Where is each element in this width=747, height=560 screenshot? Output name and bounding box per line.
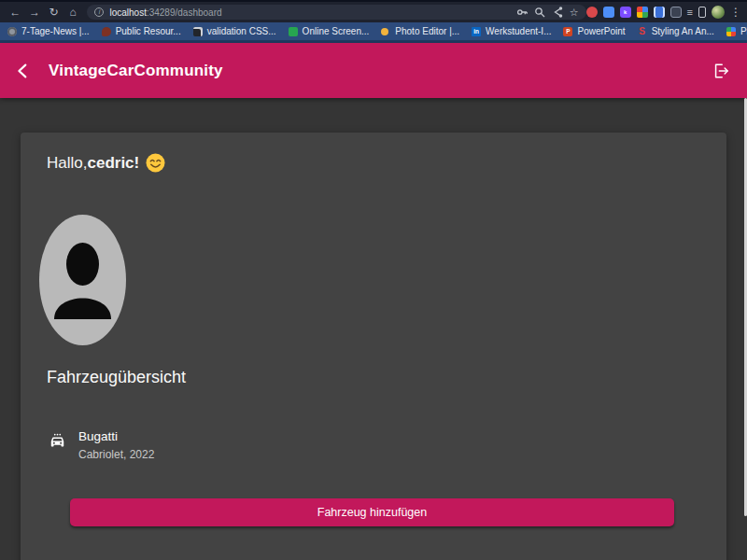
device-toolbar-icon[interactable] bbox=[698, 7, 706, 18]
page-title: VintageCarCommunity bbox=[49, 62, 223, 80]
back-chevron-icon bbox=[13, 61, 34, 81]
greeting-username: cedric bbox=[87, 154, 134, 173]
address-bar-actions: ☆ bbox=[516, 7, 579, 18]
forward-icon[interactable]: → bbox=[28, 6, 42, 19]
vehicle-text: Bugatti Cabriolet, 2022 bbox=[78, 429, 154, 461]
bookmark-star-icon[interactable]: ☆ bbox=[570, 7, 579, 18]
car-icon bbox=[49, 432, 66, 461]
extension-purple-icon[interactable]: k bbox=[620, 7, 631, 18]
vehicle-details: Cabriolet, 2022 bbox=[78, 448, 154, 461]
logout-button[interactable] bbox=[712, 62, 730, 80]
smiling-face-emoji-icon bbox=[146, 153, 165, 173]
bookmark-item[interactable]: SStyling An An... bbox=[638, 26, 714, 36]
bookmark-favicon-icon: in bbox=[472, 27, 481, 36]
zoom-icon[interactable] bbox=[534, 7, 545, 18]
bookmark-label: PowerPoint bbox=[577, 26, 625, 36]
bookmark-favicon-icon: S bbox=[638, 27, 647, 36]
bookmarks-bar: 7-Tage-News |... Public Resour... valida… bbox=[0, 22, 747, 43]
extension-screenshot-icon[interactable] bbox=[637, 7, 648, 18]
bookmark-favicon-icon bbox=[193, 27, 203, 36]
bookmark-item[interactable]: Online Screen... bbox=[289, 26, 370, 36]
bookmark-item[interactable]: 7-Tage-News |... bbox=[7, 26, 90, 36]
bookmark-favicon-icon bbox=[726, 27, 736, 36]
section-title: Fahrzeugübersicht bbox=[47, 368, 186, 387]
bookmark-label: validation CSS... bbox=[207, 26, 276, 36]
bookmark-item[interactable]: inWerkstudent-I... bbox=[472, 26, 551, 36]
person-silhouette-icon bbox=[39, 215, 126, 345]
browser-toolbar: ← → ↻ ⌂ i localhost :34289/dashboard ☆ k… bbox=[0, 2, 747, 22]
bookmark-item[interactable]: validation CSS... bbox=[193, 26, 276, 36]
reading-list-icon[interactable]: ≡ bbox=[687, 7, 693, 18]
bookmark-item[interactable]: PPowerPoint bbox=[563, 26, 625, 36]
bookmark-label: 7-Tage-News |... bbox=[21, 26, 90, 36]
app-header: VintageCarCommunity bbox=[0, 43, 747, 98]
password-key-icon[interactable] bbox=[516, 7, 528, 18]
url-host: localhost bbox=[109, 7, 146, 18]
bookmark-item[interactable]: Public Resour... bbox=[102, 26, 181, 36]
extension-red-icon[interactable] bbox=[586, 7, 598, 18]
bookmark-label: Werkstudent-I... bbox=[486, 26, 551, 36]
bookmark-favicon-icon bbox=[7, 27, 17, 36]
vehicle-list-item[interactable]: Bugatti Cabriolet, 2022 bbox=[49, 429, 154, 461]
toolbar-right-icons: k ≡ ⋮ bbox=[586, 6, 741, 19]
add-vehicle-button[interactable]: Fahrzeug hinzufügen bbox=[70, 498, 674, 526]
bookmark-label: PicResize - Cro... bbox=[740, 26, 747, 36]
greeting-prefix: Hallo, bbox=[47, 154, 87, 173]
browser-menu-icon[interactable]: ⋮ bbox=[730, 7, 741, 18]
dashboard-card: Hallo, cedric ! Fahrzeugübersicht bbox=[21, 133, 726, 560]
profile-avatar[interactable] bbox=[39, 215, 126, 345]
back-icon[interactable]: ← bbox=[8, 6, 22, 19]
greeting-text: Hallo, cedric ! bbox=[47, 153, 165, 173]
url-path: :34289/dashboard bbox=[147, 7, 222, 18]
home-icon[interactable]: ⌂ bbox=[66, 6, 80, 19]
reload-icon[interactable]: ↻ bbox=[47, 6, 61, 19]
vehicle-name: Bugatti bbox=[78, 429, 154, 443]
bookmark-label: Public Resour... bbox=[116, 26, 181, 36]
bookmark-item[interactable]: PicResize - Cro... bbox=[726, 26, 747, 36]
bookmark-label: Photo Editor |... bbox=[395, 26, 459, 36]
bookmark-favicon-icon: P bbox=[563, 27, 572, 36]
bookmark-label: Online Screen... bbox=[303, 26, 370, 36]
extension-pin-icon[interactable] bbox=[670, 7, 682, 18]
address-bar[interactable]: i localhost :34289/dashboard ☆ bbox=[87, 5, 585, 20]
app-back-button[interactable] bbox=[13, 61, 34, 81]
bookmark-favicon-icon bbox=[289, 27, 298, 36]
bookmark-favicon-icon bbox=[381, 28, 388, 35]
bookmark-item[interactable]: Photo Editor |... bbox=[381, 26, 459, 36]
logout-icon bbox=[712, 62, 730, 80]
bookmark-favicon-icon bbox=[102, 27, 111, 36]
bookmark-label: Styling An An... bbox=[652, 26, 714, 36]
dashboard-page: Hallo, cedric ! Fahrzeugübersicht bbox=[0, 98, 747, 560]
browser-profile-avatar[interactable] bbox=[712, 6, 725, 19]
greeting-suffix: ! bbox=[134, 154, 140, 173]
site-info-icon[interactable]: i bbox=[94, 7, 104, 17]
extension-columns-icon[interactable] bbox=[654, 7, 665, 18]
share-icon[interactable] bbox=[552, 7, 563, 18]
extension-blue-icon[interactable] bbox=[603, 7, 614, 18]
